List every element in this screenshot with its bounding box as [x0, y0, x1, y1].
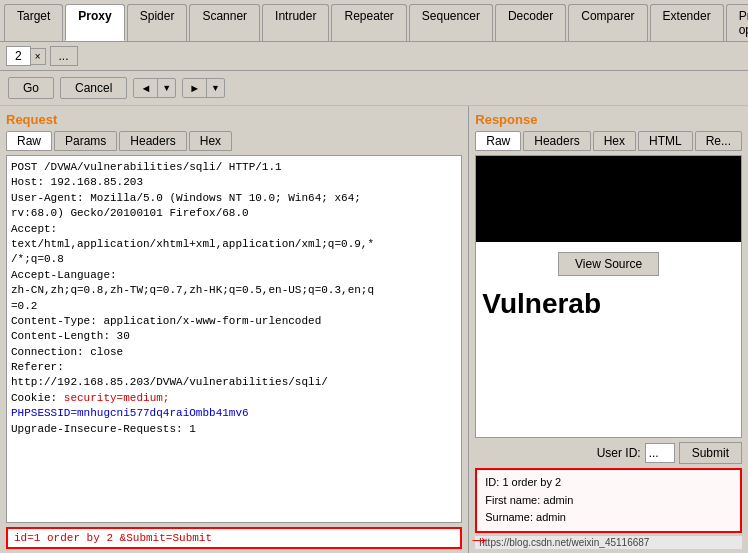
tab-repeater[interactable]: Repeater — [331, 4, 406, 41]
tab-spider[interactable]: Spider — [127, 4, 188, 41]
user-id-row: User ID: Submit — [475, 442, 742, 464]
toolbar: Go Cancel ◄ ▼ ► ▼ — [0, 71, 748, 106]
back-arrow-icon[interactable]: ◄ — [134, 79, 158, 97]
tab-dots-btn[interactable]: ... — [50, 46, 78, 66]
back-drop-icon[interactable]: ▼ — [158, 80, 175, 96]
result-line-2: First name: admin — [485, 492, 732, 510]
view-source-button[interactable]: View Source — [558, 252, 659, 276]
request-line-1: POST /DVWA/vulnerabilities/sqli/ HTTP/1.… — [11, 161, 374, 435]
request-title: Request — [6, 112, 462, 127]
tab-extender[interactable]: Extender — [650, 4, 724, 41]
tab-close-btn[interactable]: × — [31, 48, 46, 65]
arrow-right-icon: → — [468, 527, 490, 553]
url-bar: https://blog.csdn.net/weixin_45116687 — [475, 535, 742, 549]
user-id-label: User ID: — [597, 446, 641, 460]
request-body[interactable]: POST /DVWA/vulnerabilities/sqli/ HTTP/1.… — [7, 156, 461, 522]
request-tab-params[interactable]: Params — [54, 131, 117, 151]
sub-bar: 2 × ... — [0, 42, 748, 71]
tab-number[interactable]: 2 — [6, 46, 31, 66]
go-button[interactable]: Go — [8, 77, 54, 99]
main-content: Request Raw Params Headers Hex POST /DVW… — [0, 106, 748, 553]
back-nav[interactable]: ◄ ▼ — [133, 78, 176, 98]
result-line-1: ID: 1 order by 2 — [485, 474, 732, 492]
top-tab-bar: Target Proxy Spider Scanner Intruder Rep… — [0, 0, 748, 42]
forward-drop-icon[interactable]: ▼ — [207, 80, 224, 96]
tab-target[interactable]: Target — [4, 4, 63, 41]
payload-row: → — [6, 527, 462, 549]
result-line-3: Surname: admin — [485, 509, 732, 527]
vulnerable-text: Vulnerab — [476, 286, 741, 322]
result-box: ID: 1 order by 2 First name: admin Surna… — [475, 468, 742, 533]
cancel-button[interactable]: Cancel — [60, 77, 127, 99]
response-black-area — [476, 156, 741, 242]
payload-input[interactable] — [6, 527, 462, 549]
request-tab-hex[interactable]: Hex — [189, 131, 232, 151]
request-tab-headers[interactable]: Headers — [119, 131, 186, 151]
tab-sequencer[interactable]: Sequencer — [409, 4, 493, 41]
user-id-input[interactable] — [645, 443, 675, 463]
forward-nav[interactable]: ► ▼ — [182, 78, 225, 98]
tab-project-options[interactable]: Project options — [726, 4, 748, 41]
response-panel: Response Raw Headers Hex HTML Re... View… — [469, 106, 748, 553]
request-tab-raw[interactable]: Raw — [6, 131, 52, 151]
tab-scanner[interactable]: Scanner — [189, 4, 260, 41]
response-tab-hex[interactable]: Hex — [593, 131, 636, 151]
submit-button[interactable]: Submit — [679, 442, 742, 464]
request-tab-bar: Raw Params Headers Hex — [6, 131, 462, 151]
response-title: Response — [475, 112, 742, 127]
request-text-wrap: POST /DVWA/vulnerabilities/sqli/ HTTP/1.… — [6, 155, 462, 523]
response-tab-bar: Raw Headers Hex HTML Re... — [475, 131, 742, 151]
tab-intruder[interactable]: Intruder — [262, 4, 329, 41]
tab-num-group: 2 × — [6, 46, 46, 66]
response-tab-html[interactable]: HTML — [638, 131, 693, 151]
response-tab-headers[interactable]: Headers — [523, 131, 590, 151]
tab-comparer[interactable]: Comparer — [568, 4, 647, 41]
response-content: View Source Vulnerab — [475, 155, 742, 438]
response-tab-raw[interactable]: Raw — [475, 131, 521, 151]
tab-proxy[interactable]: Proxy — [65, 4, 124, 41]
tab-decoder[interactable]: Decoder — [495, 4, 566, 41]
response-bottom: User ID: Submit ID: 1 order by 2 First n… — [475, 442, 742, 533]
request-panel: Request Raw Params Headers Hex POST /DVW… — [0, 106, 469, 553]
forward-arrow-icon[interactable]: ► — [183, 79, 207, 97]
response-tab-render[interactable]: Re... — [695, 131, 742, 151]
